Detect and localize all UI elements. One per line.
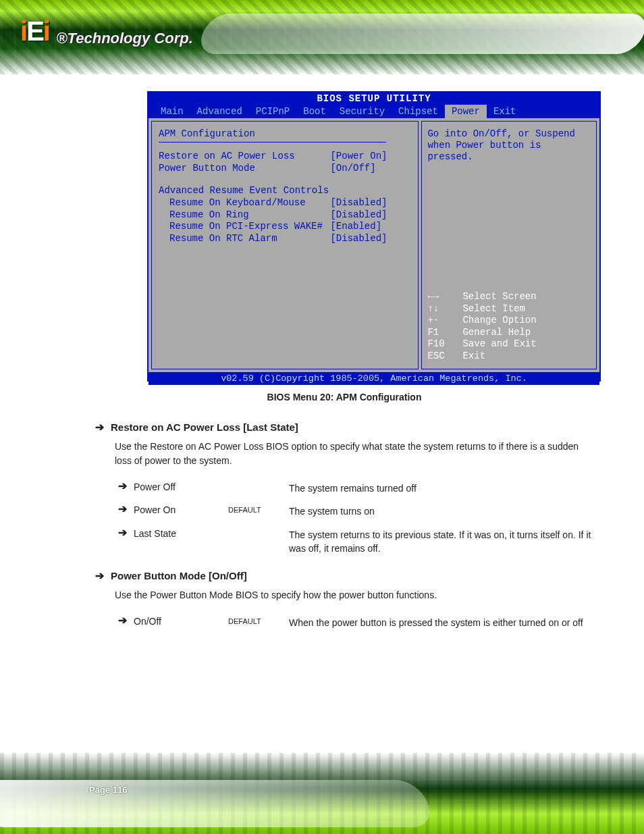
bios-option-row[interactable]: Power Button Mode [On/Off] — [159, 163, 411, 175]
brand-logo: iEi ®Technology Corp. — [20, 16, 193, 47]
arrow-right-icon: ➔ — [117, 528, 127, 538]
option-heading: ➔ Restore on AC Power Loss [Last State] — [95, 421, 594, 433]
bios-option-value: [Disabled] — [330, 209, 411, 221]
bios-tab-boot[interactable]: Boot — [296, 105, 333, 118]
bios-tab-pcipnp[interactable]: PCIPnP — [249, 105, 296, 118]
page-header-banner: iEi ®Technology Corp. — [0, 0, 644, 74]
option-value-row: ➔ On/Off DEFAULT When the power button i… — [117, 616, 594, 629]
option-values-list: ➔ Power Off The system remains turned of… — [117, 481, 594, 555]
arrow-right-icon: ➔ — [117, 616, 127, 625]
option-description: Use the Restore on AC Power Loss BIOS op… — [115, 440, 594, 468]
option-value-row: ➔ Last State The system returns to its p… — [117, 528, 594, 556]
bios-option-label: Resume On Ring — [169, 209, 330, 221]
bios-tab-chipset[interactable]: Chipset — [392, 105, 445, 118]
bios-option-value: [Disabled] — [330, 233, 411, 245]
bios-option-value: [Enabled] — [330, 221, 411, 233]
arrow-right-icon: ➔ — [117, 481, 127, 491]
key-row: F10Save and Exit — [427, 338, 591, 350]
bios-tab-power[interactable]: Power — [445, 105, 487, 118]
option-value-term: On/Off — [134, 616, 221, 627]
option-value-row: ➔ Power Off The system remains turned of… — [117, 481, 594, 495]
arrow-right-icon: ➔ — [95, 571, 104, 581]
option-value-note: DEFAULT — [228, 504, 282, 514]
key-row: ↑↓Select Item — [427, 303, 591, 315]
bios-option-label: Resume On PCI-Express WAKE# — [169, 221, 330, 233]
bios-option-row[interactable]: Resume On Keyboard/Mouse [Disabled] — [159, 197, 411, 209]
bios-subsection-title: Advanced Resume Event Controls — [159, 185, 411, 196]
key-row: ESCExit — [427, 350, 591, 363]
bios-tab-security[interactable]: Security — [333, 105, 392, 118]
bios-option-value: [On/Off] — [330, 163, 411, 175]
bios-right-pane: Go into On/Off, or Suspend when Power bu… — [421, 121, 597, 369]
bios-footer: v02.59 (C)Copyright 1985-2005, American … — [149, 372, 599, 385]
option-value-explanation: When the power button is pressed the sys… — [289, 616, 594, 629]
arrow-right-icon: ➔ — [117, 504, 127, 514]
key-row: +-Change Option — [427, 315, 591, 327]
arrow-right-icon: ➔ — [95, 423, 104, 432]
option-title: Restore on AC Power Loss [Last State] — [111, 421, 298, 433]
option-value-term: Power On — [134, 504, 221, 515]
bios-left-pane: APM Configuration Restore on AC Power Lo… — [151, 121, 419, 369]
option-title: Power Button Mode [On/Off] — [111, 570, 247, 581]
page-number: Page 116 — [89, 785, 127, 795]
bios-tab-exit[interactable]: Exit — [487, 105, 523, 118]
divider — [159, 142, 386, 142]
option-value-note: DEFAULT — [228, 616, 282, 625]
doc-body: BIOS Menu 20: APM Configuration ➔ Restor… — [95, 392, 594, 639]
logo-tagline: ®Technology Corp. — [56, 30, 192, 47]
bios-option-value: [Disabled] — [330, 197, 411, 209]
option-value-explanation: The system remains turned off — [289, 481, 594, 495]
bios-screenshot: BIOS SETUP UTILITY Main Advanced PCIPnP … — [147, 91, 601, 382]
bios-option-row[interactable]: Resume On RTC Alarm [Disabled] — [159, 233, 411, 245]
bios-option-value: [Power On] — [330, 151, 411, 163]
bios-option-label: Power Button Mode — [159, 163, 330, 175]
bios-option-row[interactable]: Resume On Ring [Disabled] — [159, 209, 411, 221]
option-value-term: Power Off — [134, 481, 221, 492]
option-value-explanation: The system returns to its previous state… — [289, 528, 594, 556]
bios-help-text: Go into On/Off, or Suspend when Power bu… — [427, 128, 591, 162]
bios-option-row[interactable]: Restore on AC Power Loss [Power On] — [159, 151, 411, 163]
bios-body: APM Configuration Restore on AC Power Lo… — [149, 118, 599, 372]
bios-option-label: Resume On Keyboard/Mouse — [169, 197, 330, 209]
option-values-list: ➔ On/Off DEFAULT When the power button i… — [117, 616, 594, 629]
option-heading: ➔ Power Button Mode [On/Off] — [95, 570, 594, 581]
bios-key-legend: ←→Select Screen ↑↓Select Item +-Change O… — [427, 291, 591, 362]
bios-tab-advanced[interactable]: Advanced — [190, 105, 249, 118]
option-value-note — [228, 481, 282, 483]
figure-caption: BIOS Menu 20: APM Configuration — [95, 392, 594, 402]
logo-mark: iEi — [20, 16, 49, 47]
option-description: Use the Power Button Mode BIOS to specif… — [115, 588, 594, 602]
bios-option-label: Restore on AC Power Loss — [159, 151, 330, 163]
bios-tab-main[interactable]: Main — [154, 105, 190, 118]
bios-title: BIOS SETUP UTILITY — [149, 93, 599, 105]
bios-option-row[interactable]: Resume On PCI-Express WAKE# [Enabled] — [159, 221, 411, 233]
key-row: F1General Help — [427, 327, 591, 339]
bios-tabs: Main Advanced PCIPnP Boot Security Chips… — [149, 105, 599, 118]
bios-option-label: Resume On RTC Alarm — [169, 233, 330, 245]
option-value-term: Last State — [134, 528, 221, 539]
key-row: ←→Select Screen — [427, 291, 591, 303]
option-value-row: ➔ Power On DEFAULT The system turns on — [117, 504, 594, 518]
option-value-explanation: The system turns on — [289, 504, 594, 518]
option-value-note — [228, 528, 282, 529]
bios-section-title: APM Configuration — [159, 128, 411, 139]
